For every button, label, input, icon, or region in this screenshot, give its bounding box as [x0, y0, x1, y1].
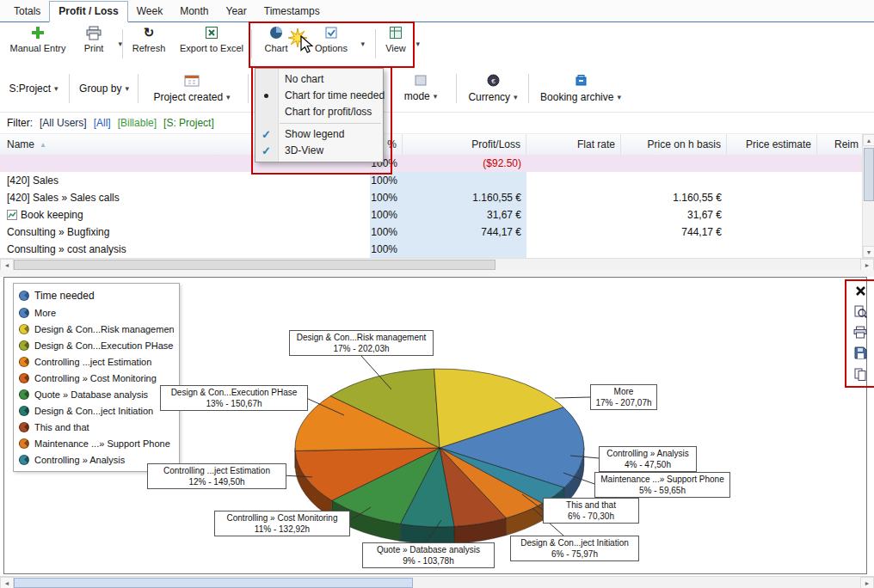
toolbar-separator [528, 74, 529, 103]
refresh-button[interactable]: ↻ Refresh [127, 24, 170, 64]
svg-text:€: € [491, 77, 495, 85]
legend-item: Design & Con...ject Initiation [19, 402, 174, 419]
row-price-estimate-cell [727, 224, 817, 241]
mode-icon [415, 75, 427, 89]
legend-color-swatch [19, 438, 29, 449]
print-preview-button[interactable] [852, 305, 868, 321]
menu-item-3d-view[interactable]: ✓3D-View [255, 143, 383, 159]
table-vertical-scrollbar[interactable]: ▲ ▼ [862, 134, 874, 258]
column-header-price-h-basis[interactable]: Price on h basis [621, 134, 727, 155]
table-row[interactable]: [420] Sales » Sales calls100%1.160,55 €1… [0, 189, 862, 206]
scroll-up-button[interactable]: ▲ [863, 134, 874, 146]
filter-project[interactable]: [S: Project] [163, 117, 214, 129]
booking-archive-dropdown-arrow[interactable]: ▾ [617, 93, 621, 101]
column-header-reimbursement[interactable]: Reim [817, 134, 862, 155]
view-tabbar: Totals Profit / Loss Week Month Year Tim… [0, 0, 874, 22]
tab-month[interactable]: Month [171, 2, 217, 21]
table-row[interactable]: Book keeping100%31,67 €31,67 € [0, 206, 862, 224]
filter-all-users[interactable]: [All Users] [40, 117, 87, 129]
column-header-profit-loss[interactable]: Profit/Loss [403, 134, 526, 155]
row-price-h-basis-cell [621, 241, 727, 258]
print-chart-button[interactable] [852, 326, 868, 341]
options-checkbox-icon [324, 24, 338, 41]
row-price-h-basis-cell: 31,67 € [621, 206, 727, 224]
chart-button[interactable]: Chart [256, 24, 296, 64]
options-button[interactable]: Options ▾ [306, 24, 356, 64]
calendar-icon [184, 74, 200, 89]
row-profit-loss-cell: ($92.50) [403, 155, 526, 172]
legend-item-label: Controlling ...ject Estimation [34, 357, 151, 367]
legend-item: Quote » Database analysis [19, 386, 174, 402]
menu-item-show-legend[interactable]: ✓Show legend [255, 126, 383, 143]
tab-totals[interactable]: Totals [5, 2, 49, 21]
row-price-h-basis-cell: 1.160,55 € [621, 189, 727, 206]
tab-profit-loss[interactable]: Profit / Loss [49, 1, 127, 22]
scroll-left-button[interactable]: ◄ [0, 259, 14, 271]
menu-separator [280, 123, 381, 124]
table-row[interactable]: Consulting » cost analysis100% [0, 241, 862, 258]
table-horizontal-scrollbar[interactable]: ◄ ► [0, 258, 874, 270]
legend-item-label: Controlling » Analysis [34, 455, 125, 465]
book-keeping-icon [7, 208, 17, 224]
row-price-estimate-cell [727, 189, 817, 206]
currency-button[interactable]: € Currency▾ [463, 67, 523, 110]
menu-item-chart-for-time-needed[interactable]: Chart for time needed [255, 88, 383, 104]
project-filter-button[interactable]: S:Project▾ [5, 67, 62, 110]
view-button[interactable]: View ▾ [380, 24, 411, 64]
booking-archive-label: Booking archive [540, 91, 613, 103]
vertical-scroll-thumb[interactable] [864, 148, 874, 201]
group-by-dropdown-arrow[interactable]: ▾ [125, 84, 129, 93]
tab-year[interactable]: Year [218, 2, 255, 21]
tab-week[interactable]: Week [128, 2, 171, 21]
row-reimbursement-cell [817, 241, 862, 258]
currency-coin-icon: € [487, 74, 500, 89]
currency-dropdown-arrow[interactable]: ▾ [514, 93, 518, 101]
group-by-button[interactable]: Group by▾ [76, 67, 132, 110]
options-label: Options [315, 43, 348, 53]
toolbar-separator [375, 29, 376, 58]
row-flat-rate-cell [526, 172, 621, 189]
tab-timestamps[interactable]: Timestamps [255, 2, 329, 21]
project-created-dropdown-arrow[interactable]: ▾ [226, 93, 231, 101]
scroll-down-button[interactable]: ▼ [863, 246, 874, 258]
manual-entry-button[interactable]: Manual Entry [5, 24, 71, 64]
mode-button[interactable]: mode▾ [389, 67, 452, 110]
menu-item-chart-for-profit-loss[interactable]: Chart for profit/loss [255, 104, 383, 120]
copy-chart-button[interactable] [852, 367, 868, 383]
row-profit-loss-cell: 1.160,55 € [403, 189, 526, 206]
row-flat-rate-cell [526, 155, 621, 172]
project-dropdown-arrow[interactable]: ▾ [54, 84, 58, 93]
toolbar-separator [69, 74, 70, 103]
close-chart-button[interactable] [852, 285, 868, 300]
options-dropdown-arrow[interactable]: ▾ [360, 40, 365, 48]
booking-archive-button[interactable]: Booking archive▾ [535, 67, 626, 110]
scroll-right-button[interactable]: ► [860, 259, 874, 271]
refresh-label: Refresh [132, 43, 166, 53]
scroll-left-button[interactable]: ◄ [0, 577, 14, 588]
toolbar-separator [251, 29, 252, 58]
table-row[interactable]: 100%($92.50) [0, 155, 862, 172]
project-created-button[interactable]: Project created▾ [145, 67, 239, 110]
row-name-cell: Consulting » Bugfixing [0, 224, 370, 241]
horizontal-scroll-thumb[interactable] [14, 260, 495, 270]
mode-dropdown-arrow[interactable]: ▾ [434, 92, 438, 101]
scroll-right-button[interactable]: ► [860, 577, 874, 588]
print-button[interactable]: Print ▾ [74, 24, 114, 64]
table-row[interactable]: Consulting » Bugfixing100%744,17 €744,17… [0, 224, 862, 241]
export-excel-button[interactable]: Export to Excel [174, 24, 249, 64]
legend-item: Controlling ...ject Estimation [19, 353, 174, 370]
filter-all[interactable]: [All] [94, 117, 111, 129]
legend-color-swatch [19, 373, 29, 383]
filter-billable[interactable]: [Billable] [118, 117, 157, 129]
table-row[interactable]: [420] Sales100% [0, 172, 862, 189]
menu-item-no-chart[interactable]: No chart [255, 71, 383, 88]
pane-splitter[interactable]: •••••• [0, 270, 874, 277]
view-dropdown-arrow[interactable]: ▾ [415, 40, 420, 48]
row-flat-rate-cell [526, 189, 621, 206]
horizontal-scroll-thumb[interactable] [14, 578, 413, 588]
save-chart-button[interactable] [852, 346, 868, 362]
column-header-flat-rate[interactable]: Flat rate [526, 134, 621, 155]
column-header-price-estimate[interactable]: Price estimate [727, 134, 817, 155]
plus-icon [31, 24, 45, 41]
window-horizontal-scrollbar[interactable]: ◄ ► [0, 576, 874, 588]
